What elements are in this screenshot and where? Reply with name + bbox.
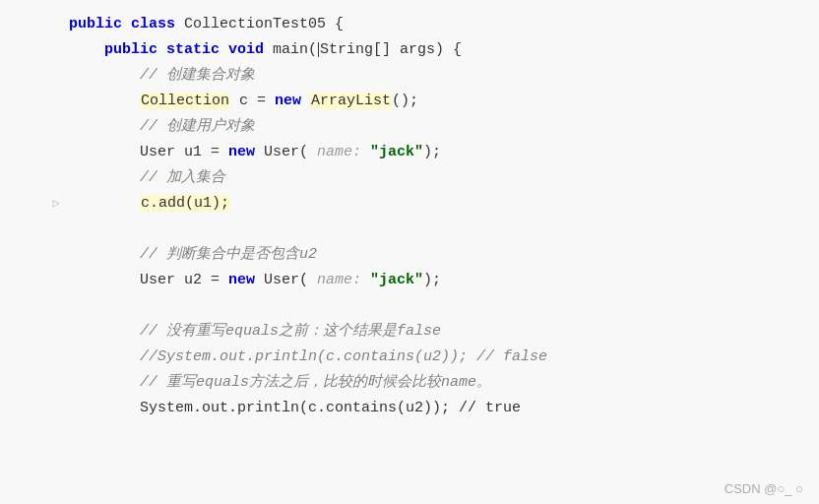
code-line: System.out.println(c.contains(u2)); // t…: [0, 396, 819, 421]
code-line: // 创建用户对象: [0, 114, 819, 140]
scroll-indicator: ▷: [47, 191, 65, 217]
token: new: [275, 93, 310, 109]
token: .println(c.contains(u2)); // true: [228, 400, 521, 416]
code-line: User u2 = new User( name: "jack");: [0, 268, 819, 293]
code-line: [0, 217, 819, 242]
token: User(: [264, 144, 317, 160]
editor-container: public class CollectionTest05 {public st…: [0, 0, 819, 504]
token: );: [423, 144, 441, 160]
token: S: [320, 41, 329, 58]
line-content: [65, 293, 819, 319]
token: 方法之后，比较的时候会比较: [249, 374, 441, 391]
line-content: // 创建用户对象: [65, 114, 819, 140]
code-line: // 判断集合中是否包含u2: [0, 242, 819, 268]
token: // 判断集合中是否包含u2: [140, 246, 317, 263]
token: public: [69, 16, 131, 32]
line-content: System.out.println(c.contains(u2)); // t…: [65, 396, 819, 421]
line-content: [65, 217, 819, 242]
token: [361, 144, 370, 160]
token: equals: [225, 323, 279, 340]
line-content: public class CollectionTest05 {: [65, 12, 819, 37]
token: false: [397, 323, 441, 340]
token: main(: [273, 41, 317, 58]
line-content: c.add(u1);: [65, 191, 819, 217]
line-content: //System.out.println(c.contains(u2)); //…: [65, 345, 819, 370]
code-line: public class CollectionTest05 {: [0, 12, 819, 37]
token: // 没有重写: [140, 323, 225, 340]
code-line: [0, 293, 819, 319]
code-line: //System.out.println(c.contains(u2)); //…: [0, 345, 819, 370]
token: out: [202, 400, 228, 416]
token: [361, 272, 370, 288]
code-line: public static void main(String[] args) {: [0, 37, 819, 63]
line-content: public static void main(String[] args) {: [65, 37, 819, 63]
code-line: ▷c.add(u1);: [0, 191, 819, 217]
token: public: [104, 41, 166, 58]
line-content: // 判断集合中是否包含u2: [65, 242, 819, 268]
lines-container: public class CollectionTest05 {public st…: [0, 12, 819, 421]
line-content: // 加入集合: [65, 165, 819, 191]
token: 之前：这个结果是: [279, 323, 397, 340]
token: ArrayList: [310, 93, 392, 109]
token: System.: [140, 400, 202, 416]
token: void: [228, 41, 273, 58]
token: User u1 =: [140, 144, 228, 160]
line-content: Collection c = new ArrayList();: [65, 89, 819, 114]
token: // 加入集合: [140, 169, 225, 186]
token: "jack": [370, 272, 423, 288]
token: c.add(u1);: [140, 195, 230, 212]
token: 。: [476, 374, 491, 391]
token: // 重写: [140, 374, 196, 391]
token: class: [131, 16, 184, 32]
token: ();: [392, 93, 418, 109]
token: equals: [196, 374, 249, 391]
token: Collection: [140, 93, 230, 109]
token: );: [423, 272, 441, 288]
code-line: // 加入集合: [0, 165, 819, 191]
line-content: // 没有重写equals之前：这个结果是false: [65, 319, 819, 345]
code-area: public class CollectionTest05 {public st…: [0, 0, 819, 504]
token: User u2 =: [140, 272, 228, 288]
token: CollectionTest05 {: [184, 16, 344, 32]
token: new: [228, 272, 264, 288]
token: // 创建用户对象: [140, 118, 255, 135]
token: //System.out.println(c.contains(u2)); //…: [140, 348, 547, 365]
token: name:: [317, 272, 361, 288]
line-content: User u2 = new User( name: "jack");: [65, 268, 819, 293]
token: static: [166, 41, 228, 58]
token: "jack": [370, 144, 423, 160]
code-line: User u1 = new User( name: "jack");: [0, 140, 819, 165]
token: c =: [230, 93, 275, 109]
code-line: // 创建集合对象: [0, 63, 819, 89]
token: User(: [264, 272, 317, 288]
token: // 创建集合对象: [140, 67, 255, 84]
line-content: User u1 = new User( name: "jack");: [65, 140, 819, 165]
token: tring[] args) {: [329, 41, 462, 58]
watermark: CSDN @○_ ○: [724, 481, 803, 496]
token: new: [228, 144, 264, 160]
code-line: Collection c = new ArrayList();: [0, 89, 819, 114]
token: name:: [317, 144, 361, 160]
code-line: // 没有重写equals之前：这个结果是false: [0, 319, 819, 345]
token: name: [441, 374, 476, 391]
line-content: // 重写equals方法之后，比较的时候会比较name。: [65, 370, 819, 396]
code-line: // 重写equals方法之后，比较的时候会比较name。: [0, 370, 819, 396]
line-content: // 创建集合对象: [65, 63, 819, 89]
